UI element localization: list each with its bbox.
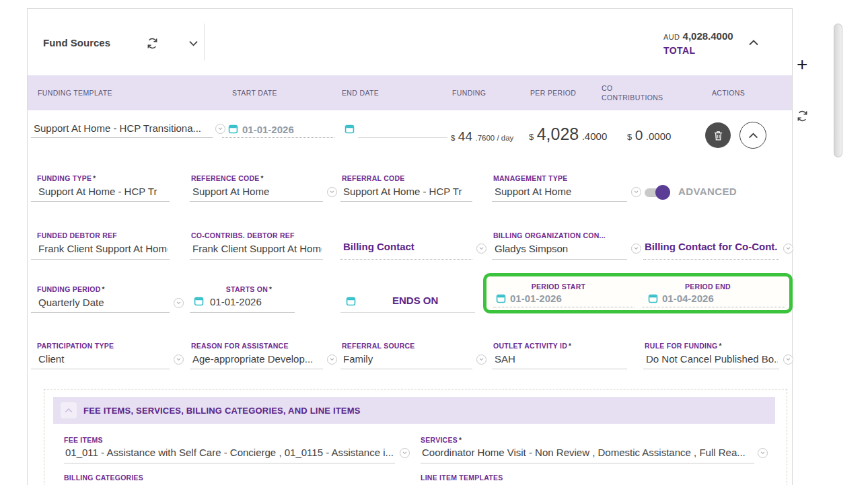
total-label: TOTAL xyxy=(663,45,695,56)
col-start-date: START DATE xyxy=(232,89,277,97)
reference-code-label: REFERENCE CODE* xyxy=(191,174,264,182)
collapse-panel-chevron-up-icon[interactable] xyxy=(748,39,759,46)
starts-on-input[interactable]: 01-01-2026 xyxy=(210,296,262,307)
funding-template-dropdown-icon[interactable] xyxy=(215,124,225,134)
funding-currency: $ xyxy=(451,134,455,142)
rule-for-funding-dropdown-icon[interactable] xyxy=(783,355,793,365)
billing-contact-co-contrib-dropdown-icon[interactable] xyxy=(783,244,793,254)
ends-on-calendar-icon[interactable] xyxy=(346,296,356,306)
total-amount: AUD 4,028.4000 xyxy=(663,30,733,42)
referral-source-input[interactable]: Family xyxy=(343,353,472,365)
fee-items-input[interactable]: 01_011 - Assistance with Self Care - Con… xyxy=(65,447,394,458)
per-period-whole: 4,028 xyxy=(537,124,579,143)
vertical-scrollbar[interactable] xyxy=(834,24,842,157)
refresh-icon[interactable] xyxy=(145,36,159,50)
billing-contact-dropdown-icon[interactable] xyxy=(476,244,486,254)
refresh-side-icon[interactable] xyxy=(795,109,809,122)
period-start-calendar-icon[interactable] xyxy=(496,293,506,303)
col-co-contributions-1: CO xyxy=(602,84,612,92)
funding-period-dropdown-icon[interactable] xyxy=(174,298,184,308)
start-date-calendar-icon[interactable] xyxy=(228,124,238,134)
funding-type-label: FUNDING TYPE* xyxy=(37,174,96,182)
add-fund-source-button[interactable]: + xyxy=(797,55,807,74)
period-start-input[interactable]: 01-01-2026 xyxy=(510,293,562,304)
col-per-period: PER PERIOD xyxy=(530,89,576,97)
co-contribs-debtor-ref-input[interactable]: Frank Client Support At Home - xyxy=(192,243,322,254)
billing-categories-label: BILLING CATEGORIES xyxy=(64,474,143,482)
rule-for-funding-input[interactable]: Do Not Cancel Published Bo... xyxy=(646,353,778,365)
fund-sources-screen: Fund Sources AUD 4,028.4000 TOTAL FUNDIN… xyxy=(0,0,868,485)
management-type-dropdown-icon[interactable] xyxy=(631,187,641,197)
management-type-label: MANAGEMENT TYPE xyxy=(493,174,568,182)
end-date-calendar-icon[interactable] xyxy=(345,124,355,134)
period-start-label: PERIOD START xyxy=(501,283,616,291)
per-period-frac: .4000 xyxy=(582,130,608,142)
funding-template-input[interactable]: Support At Home - HCP Transitiona... xyxy=(34,122,210,134)
billing-organization-dropdown-icon[interactable] xyxy=(631,244,641,254)
funding-whole: 44 xyxy=(458,129,472,143)
total-value: 4,028.4000 xyxy=(683,30,733,42)
advanced-toggle-knob[interactable] xyxy=(655,185,670,200)
services-dropdown-icon[interactable] xyxy=(758,448,768,458)
col-end-date: END DATE xyxy=(342,89,379,97)
chevron-down-icon[interactable] xyxy=(188,40,198,46)
funding-amount: $ 44 .7600 / day xyxy=(451,130,513,143)
referral-source-dropdown-icon[interactable] xyxy=(476,355,486,365)
row-start-date[interactable]: 01-01-2026 xyxy=(242,124,294,135)
col-funding-template: FUNDING TEMPLATE xyxy=(38,89,112,97)
ends-on-field[interactable]: ENDS ON xyxy=(392,295,438,306)
fee-items-label: FEE ITEMS xyxy=(64,436,103,444)
funding-period-input[interactable]: Quarterly Date xyxy=(38,297,168,308)
participation-type-label: PARTICIPATION TYPE xyxy=(37,342,114,350)
billing-contact-co-contrib-field[interactable]: Billing Contact for Co-Cont... xyxy=(645,241,778,252)
funding-period-label: FUNDING PERIOD* xyxy=(37,285,105,293)
reason-for-assistance-dropdown-icon[interactable] xyxy=(327,355,337,365)
section-collapse-chevron-up-icon[interactable] xyxy=(61,402,77,418)
reference-code-input[interactable]: Support At Home xyxy=(192,186,322,197)
topbar-divider xyxy=(204,24,205,61)
period-end-calendar-icon[interactable] xyxy=(648,293,658,303)
billing-organization-contact-input[interactable]: Gladys Simpson xyxy=(495,243,624,254)
reason-for-assistance-input[interactable]: Age-appropriate Develop... xyxy=(192,353,322,365)
reason-for-assistance-label: REASON FOR ASSISTANCE xyxy=(191,342,289,350)
funded-debtor-ref-label: FUNDED DEBTOR REF xyxy=(37,231,117,239)
outlet-activity-id-input[interactable]: SAH xyxy=(495,353,624,365)
col-funding: FUNDING xyxy=(452,89,486,97)
participation-type-dropdown-icon[interactable] xyxy=(174,355,184,365)
billing-organization-contact-label: BILLING ORGANIZATION CON... xyxy=(493,231,606,239)
services-input[interactable]: Coordinator Home Visit - Non Review , Do… xyxy=(422,447,753,458)
co-contrib-currency: $ xyxy=(627,132,632,142)
start-date-underline xyxy=(222,137,334,138)
outlet-activity-id-label: OUTLET ACTIVITY ID* xyxy=(493,342,571,350)
period-end-input[interactable]: 01-04-2026 xyxy=(662,293,714,304)
funded-debtor-ref-input[interactable]: Frank Client Support At Home - xyxy=(38,243,168,254)
advanced-label: ADVANCED xyxy=(678,186,737,197)
currency-code: AUD xyxy=(663,33,680,41)
management-type-input[interactable]: Support At Home xyxy=(495,186,624,197)
starts-on-label: STARTS ON* xyxy=(202,285,296,293)
services-label: SERVICES* xyxy=(421,436,462,444)
funding-frac: .7600 / day xyxy=(475,134,513,142)
co-contrib-whole: 0 xyxy=(635,127,643,143)
referral-code-label: REFERRAL CODE xyxy=(342,174,404,182)
per-period-currency: $ xyxy=(529,132,534,142)
fee-items-dropdown-icon[interactable] xyxy=(400,448,410,458)
referral-code-input[interactable]: Support At Home - HCP Tr xyxy=(343,186,472,197)
funding-template-underline xyxy=(31,137,213,138)
rule-for-funding-label: RULE FOR FUNDING* xyxy=(645,342,722,350)
fee-items-section-title: FEE ITEMS, SERVICES, BILLING CATEGORIES,… xyxy=(83,406,361,416)
collapse-row-button[interactable] xyxy=(739,122,766,149)
table-header xyxy=(28,75,792,110)
referral-source-label: REFERRAL SOURCE xyxy=(342,342,415,350)
period-end-label: PERIOD END xyxy=(654,283,762,291)
co-contributions-amount: $ 0 .0000 xyxy=(627,128,671,142)
chevron-up-icon xyxy=(748,133,758,139)
funding-type-input[interactable]: Support At Home - HCP Tr xyxy=(38,186,168,197)
billing-contact-field[interactable]: Billing Contact xyxy=(343,241,472,252)
starts-on-calendar-icon[interactable] xyxy=(194,296,204,306)
delete-row-button[interactable] xyxy=(705,122,731,148)
co-contrib-frac: .0000 xyxy=(646,130,672,142)
participation-type-input[interactable]: Client xyxy=(38,353,168,365)
reference-code-dropdown-icon[interactable] xyxy=(327,187,337,197)
end-date-underline xyxy=(358,137,447,138)
